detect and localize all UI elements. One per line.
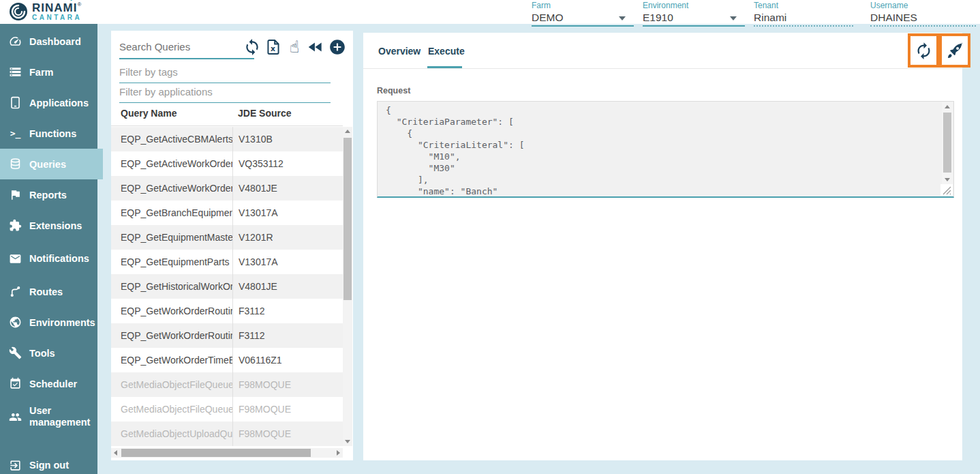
sidebar-item-label: Routes [29, 286, 97, 297]
table-vertical-scrollbar[interactable] [343, 127, 352, 446]
scroll-right-icon[interactable] [337, 450, 340, 456]
table-row[interactable]: GetMediaObjectFileQueuesF98MOQUE [111, 397, 343, 421]
execute-query-button[interactable] [939, 33, 970, 68]
sidebar-item-label: Applications [29, 98, 97, 108]
queries-list-panel: x☝ Query Name JDE Source EQP_GetActiveCB… [111, 31, 353, 460]
table-row[interactable]: EQP_GetActiveWorkOrderRVQ353112 [111, 151, 343, 176]
jde-source-cell: F3112 [233, 299, 343, 323]
jde-source-cell: F98MOQUE [233, 372, 343, 397]
query-name-cell: EQP_GetBranchEquipment [111, 201, 233, 225]
tenant-label: Tenant [754, 1, 853, 10]
query-name-cell: GetMediaObjectUploadQue [111, 421, 233, 446]
sync-button[interactable] [243, 38, 261, 56]
query-name-cell: EQP_GetActiveWorkOrderR [111, 151, 233, 176]
table-row[interactable]: EQP_GetEquipmentPartsV13017A [111, 250, 343, 274]
horizontal-scroll-thumb[interactable] [121, 449, 311, 457]
jde-source-cell: F98MOQUE [233, 397, 343, 421]
sidebar-item-farm[interactable]: Farm [0, 57, 97, 87]
query-name-cell: EQP_GetEquipmentParts [111, 250, 233, 274]
query-name-cell: EQP_GetEquipmentMaster [111, 225, 233, 250]
jde-source-cell: V4801JE [233, 176, 343, 201]
hand-pointer-icon: ☝ [290, 39, 300, 55]
tab-execute[interactable]: Execute [428, 46, 465, 57]
query-name-cell: EQP_GetWorkOrderRouting [111, 299, 233, 323]
sidebar-item-queries[interactable]: Queries [0, 149, 103, 179]
table-horizontal-scrollbar[interactable] [111, 448, 343, 458]
sidebar-item-notifications[interactable]: Notifications [0, 241, 97, 276]
table-row[interactable]: GetMediaObjectFileQueueF98MOQUE [111, 372, 343, 397]
hand-pointer-button[interactable]: ☝ [286, 38, 304, 56]
query-detail-panel: Overview Execute Request { "CriteriaPara… [363, 33, 962, 460]
scroll-up-icon[interactable] [945, 105, 950, 108]
environments-icon [9, 316, 22, 329]
sidebar-item-environments[interactable]: Environments [0, 307, 97, 338]
request-json-input[interactable]: { "CriteriaParameter": [ { "CriteriaLite… [377, 101, 954, 198]
sidebar-item-scheduler[interactable]: Scheduler [0, 368, 97, 399]
table-row[interactable]: EQP_GetActiveCBMAlertsV1310B [111, 127, 343, 151]
column-header-jde-source: JDE Source [238, 108, 292, 119]
extensions-icon [9, 219, 22, 232]
sidebar-item-applications[interactable]: Applications [0, 87, 97, 118]
sidebar-item-label: Notifications [29, 253, 97, 265]
sidebar-item-routes[interactable]: Routes [0, 276, 97, 307]
add-icon [328, 38, 346, 56]
sidebar-item-label: Dashboard [29, 36, 97, 47]
scroll-down-icon[interactable] [945, 178, 950, 181]
table-row[interactable]: EQP_GetEquipmentMasterV1201R [111, 225, 343, 250]
table-header: Query Name JDE Source [111, 102, 343, 126]
table-row[interactable]: EQP_GetWorkOrderRoutingF3112 [111, 323, 343, 348]
sidebar-item-sign-out[interactable]: Sign out [0, 451, 97, 474]
tab-overview[interactable]: Overview [378, 46, 420, 57]
username-field: Username DHAINES [870, 1, 976, 27]
jde-source-cell: F3112 [233, 323, 343, 348]
app-logo: ˇ RINAMI® CANTARA [9, 2, 82, 21]
sidebar-item-tools[interactable]: Tools [0, 338, 97, 368]
sidebar-item-label: Scheduler [29, 379, 97, 389]
refresh-icon [915, 42, 933, 60]
table-row[interactable]: EQP_GetWorkOrderRoutingF3112 [111, 299, 343, 323]
sidebar-item-dashboard[interactable]: Dashboard [0, 26, 97, 57]
jde-source-cell: V4801JE [233, 274, 343, 299]
sidebar-item-label: User management [29, 405, 97, 428]
request-vertical-scrollbar[interactable] [942, 102, 953, 184]
query-name-cell: EQP_GetWorkOrderRouting [111, 323, 233, 348]
vertical-scroll-thumb[interactable] [343, 138, 352, 300]
sidebar-item-label: Tools [29, 348, 97, 359]
filter-applications-input[interactable] [119, 84, 331, 103]
sidebar-item-reports[interactable]: Reports [0, 179, 97, 210]
sidebar-item-user-management[interactable]: User management [0, 399, 97, 434]
table-row[interactable]: EQP_GetBranchEquipmentV13017A [111, 201, 343, 225]
query-name-cell: GetMediaObjectFileQueues [111, 397, 233, 421]
environment-select[interactable]: Environment E1910 [643, 1, 745, 27]
scroll-left-icon[interactable] [114, 450, 117, 456]
jde-source-cell: VQ353112 [233, 151, 343, 176]
sidebar-item-extensions[interactable]: Extensions [0, 210, 97, 241]
farm-select[interactable]: Farm DEMO [532, 1, 634, 27]
jde-source-cell: V06116Z1 [233, 348, 343, 372]
environment-label: Environment [643, 1, 745, 10]
applications-icon [9, 96, 22, 109]
filter-tags-input[interactable] [119, 64, 331, 83]
scroll-down-icon[interactable] [345, 440, 350, 443]
search-queries-input[interactable] [119, 39, 254, 59]
add-button[interactable] [328, 38, 346, 56]
tenant-field: Tenant Rinami [754, 1, 853, 27]
tenant-value: Rinami [754, 10, 853, 25]
farm-icon [9, 65, 22, 78]
jde-source-cell: F98MOQUE [233, 421, 343, 446]
table-row[interactable]: GetMediaObjectUploadQueF98MOQUE [111, 421, 343, 446]
tabs-divider [363, 68, 962, 69]
export-excel-button[interactable]: x [264, 38, 282, 56]
refresh-button[interactable] [908, 33, 939, 68]
resize-handle[interactable] [940, 184, 953, 196]
sidebar-item-functions[interactable]: >_Functions [0, 118, 97, 149]
table-row[interactable]: EQP_GetActiveWorkOrdersV4801JE [111, 176, 343, 201]
table-row[interactable]: EQP_GetWorkOrderTimeEnV06116Z1 [111, 348, 343, 372]
sync-icon [243, 38, 261, 56]
request-scroll-thumb[interactable] [943, 113, 951, 173]
scroll-up-icon[interactable] [345, 130, 350, 133]
chevron-down-icon [619, 16, 626, 20]
rewind-icon [307, 38, 324, 56]
rewind-button[interactable] [307, 38, 325, 56]
table-row[interactable]: EQP_GetHistoricalWorkOrdV4801JE [111, 274, 343, 299]
